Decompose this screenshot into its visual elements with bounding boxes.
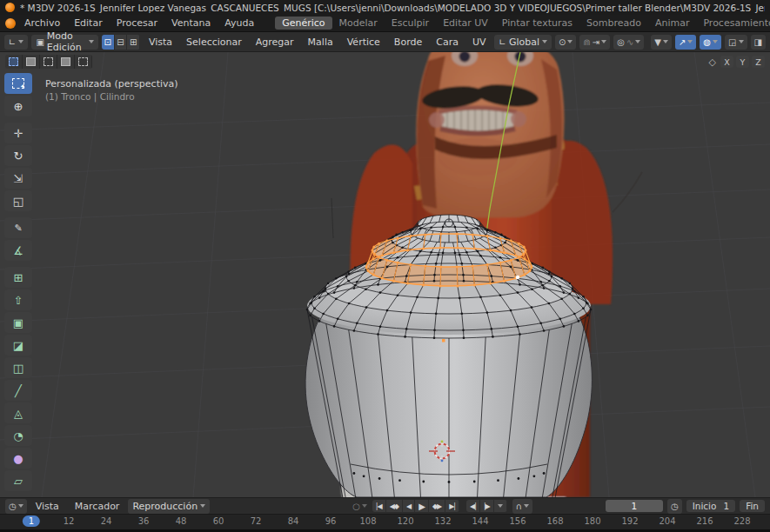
select-set-button[interactable] — [5, 55, 23, 69]
step-options-dropdown[interactable] — [494, 500, 507, 512]
snap-magnet-icon[interactable]: ⋒ — [583, 37, 590, 47]
tool-edge-slide[interactable] — [4, 470, 32, 491]
workspace-tab-sombreado[interactable]: Sombreado — [579, 17, 648, 30]
menu-uv[interactable]: UV — [467, 37, 492, 48]
timeline-ruler[interactable]: 1 12 24 36 48 60 72 84 96 108 120 132 14… — [0, 514, 770, 529]
tool-scale[interactable] — [4, 168, 32, 189]
next-keyframe-button[interactable]: ◆▶ — [429, 500, 445, 512]
menu-vertice[interactable]: Vértice — [342, 37, 385, 48]
tool-rotate[interactable] — [4, 145, 32, 166]
tool-transform[interactable] — [4, 190, 32, 211]
workspace-tab-animar[interactable]: Animar — [648, 17, 697, 30]
edge-select-button[interactable]: ⊟ — [115, 35, 128, 50]
shading-mode-button[interactable]: ◨ — [751, 35, 766, 50]
vertex-select-button[interactable]: ⊡ — [102, 35, 115, 50]
axis-y-button[interactable]: Y — [736, 56, 749, 68]
face-select-button[interactable]: ⊞ — [127, 35, 140, 50]
pivot-point-dropdown[interactable]: ⊙ — [555, 35, 576, 50]
auto-key-group[interactable]: ○ — [349, 499, 371, 514]
tool-smooth[interactable] — [4, 448, 32, 469]
editor-type-button[interactable]: ∟ — [4, 35, 28, 50]
xray-toggle[interactable]: ◲ — [725, 35, 747, 50]
tool-loop-cut[interactable] — [4, 357, 32, 378]
current-frame-field[interactable]: 1 — [606, 500, 663, 512]
tool-select-box[interactable] — [4, 73, 32, 94]
axis-gizmo-area: ◇ X Y Z — [709, 56, 765, 68]
menu-archivo[interactable]: Archivo — [17, 17, 67, 29]
tool-extrude-region[interactable] — [4, 289, 32, 310]
jump-to-end-button[interactable]: ▶| — [445, 500, 459, 512]
select-intersect-button[interactable] — [75, 55, 92, 69]
workspace-tab-modelar[interactable]: Modelar — [332, 17, 385, 30]
keying-popover[interactable]: ∩ — [512, 499, 532, 514]
play-reverse-button[interactable]: ◀ — [403, 500, 415, 512]
select-invert-button[interactable] — [57, 55, 75, 69]
tool-inset-faces[interactable] — [4, 312, 32, 333]
menu-editar[interactable]: Editar — [67, 17, 110, 29]
3d-viewport[interactable]: Personalizada (perspectiva) (1) Tronco |… — [0, 52, 770, 497]
workspace-tab-pintar-texturas[interactable]: Pintar texturas — [495, 17, 579, 30]
snap-group[interactable]: ⋒⇥ — [579, 35, 610, 50]
menu-vista[interactable]: Vista — [144, 37, 177, 48]
xray-icon: ◲ — [728, 37, 736, 47]
blender-menu-icon[interactable] — [5, 18, 16, 29]
axis-z-button[interactable]: Z — [752, 56, 765, 68]
timeline-menu-vista[interactable]: Vista — [29, 501, 66, 512]
tool-cursor[interactable] — [4, 96, 32, 116]
menu-malla[interactable]: Malla — [303, 37, 338, 48]
frame-end-field[interactable]: Fin — [740, 500, 765, 512]
menu-seleccionar[interactable]: Seleccionar — [181, 37, 247, 48]
mode-selector[interactable]: ▣Modo Edición — [31, 35, 97, 50]
tool-measure[interactable] — [4, 240, 32, 261]
playback-menu[interactable]: Reproducción — [128, 499, 210, 514]
tool-knife[interactable] — [4, 380, 32, 401]
tool-spin[interactable] — [4, 425, 32, 446]
workspace-tab-generico[interactable]: Genérico — [275, 17, 331, 30]
frame-tick: 168 — [546, 516, 563, 526]
frame-tick: 60 — [213, 516, 224, 526]
frame-tick: 72 — [251, 516, 262, 526]
tool-move[interactable] — [4, 123, 32, 143]
show-overlays-toggle[interactable]: ◍ — [700, 35, 721, 50]
workspace-tab-editar-uv[interactable]: Editar UV — [436, 17, 495, 30]
visibility-filter-dropdown[interactable]: ▼ — [651, 35, 672, 50]
tool-add-cube[interactable] — [4, 267, 32, 288]
tool-bevel[interactable] — [4, 335, 32, 356]
timeline-menu-marcador[interactable]: Marcador — [68, 501, 127, 512]
workspace-tab-esculpir[interactable]: Esculpir — [385, 17, 436, 30]
workspace-tab-procesamiento[interactable]: Procesamiento — [696, 17, 770, 30]
transform-orientation-dropdown[interactable]: ∟Global — [494, 35, 551, 50]
start-label: Inicio — [693, 501, 717, 511]
play-button[interactable]: ▶ — [415, 500, 429, 512]
select-extend-button[interactable] — [23, 55, 40, 69]
frame-tick: 96 — [325, 516, 337, 526]
axis-x-button[interactable]: X — [720, 56, 733, 68]
jump-to-start-button[interactable]: |◀ — [372, 500, 386, 512]
frame-forward-button[interactable]: |▶ — [480, 500, 494, 512]
snap-target-icon: ⇥ — [593, 37, 599, 47]
playback-controls: |◀ ◀◆ ◀ ▶ ◆▶ ▶| — [372, 500, 459, 512]
timeline-editor-type-button[interactable]: ◷ — [5, 499, 27, 514]
gizmo-icon[interactable]: ◇ — [709, 57, 716, 68]
show-gizmos-toggle[interactable]: ↗ — [675, 35, 696, 50]
frame-back-button[interactable]: ◀| — [466, 500, 480, 512]
menu-cara[interactable]: Cara — [431, 37, 464, 48]
menu-procesar[interactable]: Procesar — [110, 17, 164, 29]
use-preview-range-button[interactable]: ◷ — [667, 499, 682, 514]
view-name-label: Personalizada (perspectiva) — [45, 78, 178, 90]
window-title: * M3DV 2026-1S_Jennifer Lopez Vanegas_CA… — [20, 3, 765, 13]
frame-tick: 228 — [733, 516, 750, 526]
frame-start-field[interactable]: Inicio1 — [686, 500, 735, 512]
prev-keyframe-button[interactable]: ◀◆ — [386, 500, 403, 512]
proportional-edit-group[interactable]: ◎∿ — [613, 35, 644, 50]
blender-logo-icon — [5, 3, 15, 12]
select-subtract-button[interactable] — [40, 55, 57, 69]
menu-agregar[interactable]: Agregar — [251, 37, 299, 48]
menu-ventana[interactable]: Ventana — [164, 17, 218, 29]
tool-poly-build[interactable] — [4, 402, 32, 423]
edit-mode-icon: ▣ — [36, 37, 44, 47]
menu-borde[interactable]: Borde — [389, 37, 427, 48]
timeline-current-frame-badge[interactable]: 1 — [23, 515, 40, 527]
tool-annotate[interactable] — [4, 217, 32, 238]
menu-ayuda[interactable]: Ayuda — [218, 17, 261, 29]
